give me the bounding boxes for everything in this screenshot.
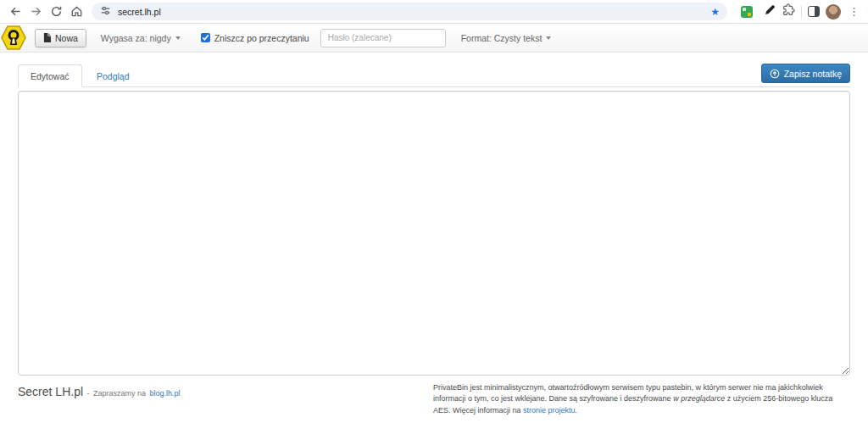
password-input[interactable]	[320, 29, 446, 47]
brand-separator: -	[87, 389, 90, 398]
expiration-label: Wygasa za: nigdy	[101, 33, 171, 43]
about-italic: w przeglądarce	[673, 394, 725, 403]
pen-icon[interactable]	[764, 3, 776, 19]
main-content: Edytować Podgląd Zapisz notatkę Secret L…	[0, 64, 868, 416]
upload-circle-icon	[770, 69, 780, 79]
blog-link[interactable]: blog.lh.pl	[149, 389, 180, 398]
page-footer: Secret LH.pl - Zapraszamy na blog.lh.pl …	[18, 381, 850, 416]
caret-down-icon	[546, 36, 551, 40]
site-settings-icon[interactable]	[100, 4, 111, 19]
footer-brand-block: Secret LH.pl - Zapraszamy na blog.lh.pl	[18, 381, 433, 399]
new-paste-label: Nowa	[55, 33, 78, 43]
browser-menu-icon[interactable]: ⋮	[847, 6, 861, 17]
project-page-link[interactable]: stronie projektu	[523, 406, 576, 415]
file-icon	[43, 33, 51, 42]
send-button[interactable]: Zapisz notatkę	[761, 64, 850, 83]
privatebin-logo-icon[interactable]	[1, 25, 26, 51]
burn-after-reading-option: Zniszcz po przeczytaniu	[201, 33, 309, 43]
address-bar[interactable]: secret.lh.pl ★	[92, 3, 727, 20]
home-icon[interactable]	[68, 3, 85, 20]
browser-toolbar: secret.lh.pl ★ ⋮	[0, 0, 868, 24]
about-text: PrivateBin jest minimalistycznym, otwart…	[433, 381, 850, 416]
brand-title: Secret LH.pl	[18, 385, 83, 398]
privatebin-navbar: Nowa Wygasa za: nigdy Zniszcz po przeczy…	[0, 24, 868, 53]
extensions-puzzle-icon[interactable]	[782, 3, 795, 19]
burn-after-reading-checkbox[interactable]	[201, 33, 210, 42]
side-panel-icon[interactable]	[808, 6, 820, 17]
profile-avatar[interactable]	[826, 4, 841, 19]
send-button-label: Zapisz notatkę	[784, 69, 842, 79]
caret-down-icon	[175, 36, 181, 40]
reload-icon[interactable]	[47, 3, 64, 20]
tab-preview[interactable]: Podgląd	[86, 64, 141, 87]
bookmark-star-icon[interactable]: ★	[708, 7, 722, 17]
chrome-actions: ⋮	[736, 3, 861, 19]
burn-after-reading-label[interactable]: Zniszcz po przeczytaniu	[214, 33, 309, 43]
green-extension-icon[interactable]	[741, 6, 753, 18]
forward-icon[interactable]	[27, 3, 44, 20]
format-label: Format: Czysty tekst	[461, 33, 542, 43]
expiration-dropdown[interactable]: Wygasa za: nigdy	[101, 33, 181, 43]
paste-textarea[interactable]	[18, 91, 850, 376]
editor-tabs: Edytować Podgląd Zapisz notatkę	[18, 64, 850, 87]
back-icon[interactable]	[7, 3, 24, 20]
toolbar-divider	[801, 5, 802, 18]
format-dropdown[interactable]: Format: Czysty tekst	[461, 33, 552, 43]
new-paste-button[interactable]: Nowa	[35, 29, 86, 47]
about-period: .	[576, 406, 578, 415]
tab-edit[interactable]: Edytować	[18, 64, 82, 87]
tagline-text: Zapraszamy na	[93, 389, 146, 398]
url-text[interactable]: secret.lh.pl	[118, 7, 161, 17]
